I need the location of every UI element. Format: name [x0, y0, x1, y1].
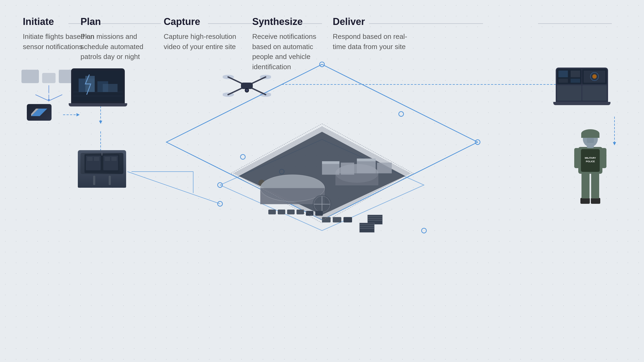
deliver-monitor: [556, 68, 610, 105]
svg-rect-77: [287, 209, 295, 214]
svg-rect-34: [103, 84, 118, 92]
stage-capture-title: Capture: [164, 16, 239, 27]
svg-rect-82: [368, 216, 382, 217]
svg-rect-67: [341, 162, 354, 175]
svg-rect-106: [591, 198, 600, 204]
svg-rect-100: [571, 79, 580, 83]
svg-rect-86: [360, 224, 374, 225]
svg-rect-80: [315, 211, 323, 216]
svg-rect-107: [581, 173, 590, 198]
svg-point-18: [218, 183, 222, 187]
svg-rect-90: [333, 217, 341, 222]
stage-deliver-desc: Respond based on real-time data from you…: [333, 32, 408, 52]
svg-point-23: [218, 201, 222, 206]
stage-plan-title: Plan: [80, 16, 156, 27]
plan-laptop: [71, 68, 127, 106]
svg-rect-79: [306, 211, 313, 216]
svg-rect-76: [278, 209, 285, 214]
stage-deliver-title: Deliver: [333, 16, 408, 27]
svg-rect-89: [322, 217, 331, 222]
svg-text:POLICE: POLICE: [586, 160, 595, 163]
ground-radar: [78, 150, 126, 188]
svg-point-104: [592, 74, 597, 79]
sensor-towers: [21, 70, 76, 101]
stage-capture: Capture Capture high-resolution video of…: [164, 16, 239, 52]
svg-rect-87: [360, 226, 374, 227]
svg-rect-114: [601, 148, 606, 168]
svg-rect-43: [105, 157, 110, 161]
svg-point-55: [246, 89, 248, 92]
svg-rect-75: [268, 209, 276, 214]
svg-rect-42: [94, 157, 99, 161]
svg-point-21: [422, 228, 426, 233]
soldier-figure: MILITARY POLICE: [573, 123, 608, 208]
stage-synthesize: Synthesize Receive notifications based o…: [252, 16, 327, 72]
svg-rect-98: [571, 71, 580, 77]
svg-point-17: [475, 140, 480, 145]
svg-rect-78: [297, 209, 304, 214]
svg-rect-118: [581, 134, 599, 138]
stage-synthesize-desc: Receive notifications based on automatic…: [252, 32, 327, 72]
svg-rect-83: [368, 218, 382, 219]
svg-rect-88: [360, 228, 374, 228]
svg-rect-70: [377, 162, 392, 173]
svg-marker-5: [76, 113, 80, 116]
svg-line-25: [35, 95, 49, 101]
stage-capture-desc: Capture high-resolution video of your en…: [164, 32, 239, 52]
military-base-iso: [228, 116, 416, 271]
svg-rect-44: [111, 157, 117, 161]
sensor-device: [27, 104, 52, 121]
svg-rect-66: [322, 161, 339, 164]
svg-rect-84: [368, 220, 382, 220]
svg-marker-7: [99, 121, 102, 124]
svg-rect-99: [558, 79, 568, 83]
drone: [223, 71, 271, 102]
svg-rect-105: [580, 198, 590, 204]
svg-line-27: [49, 95, 62, 101]
svg-rect-69: [357, 158, 376, 161]
svg-rect-113: [574, 148, 580, 168]
svg-rect-64: [335, 173, 378, 185]
stage-deliver: Deliver Respond based on real-time data …: [333, 16, 408, 52]
svg-text:MILITARY: MILITARY: [585, 157, 596, 159]
stage-plan: Plan Plan missions and schedule automate…: [80, 16, 156, 62]
svg-rect-119: [587, 138, 594, 143]
stage-plan-desc: Plan missions and schedule automated pat…: [80, 32, 156, 62]
svg-marker-13: [613, 142, 616, 145]
stage-synthesize-title: Synthesize: [252, 16, 327, 27]
svg-rect-108: [591, 173, 599, 198]
svg-rect-97: [558, 71, 568, 77]
svg-rect-41: [87, 157, 93, 161]
svg-rect-53: [241, 83, 253, 89]
svg-rect-91: [343, 217, 352, 222]
